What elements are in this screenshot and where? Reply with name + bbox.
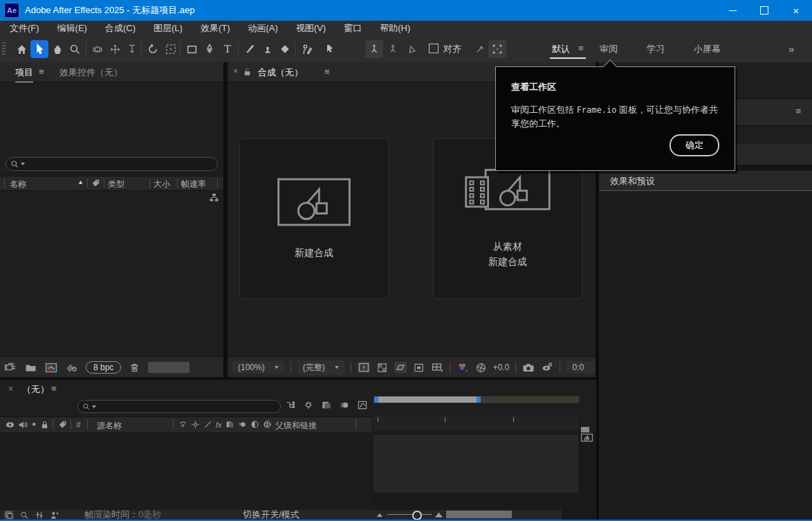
menu-layer[interactable]: 图层(L)	[154, 22, 183, 35]
comp-button-icon[interactable]	[581, 432, 593, 443]
quality-icon[interactable]	[203, 420, 212, 429]
grid-options-icon[interactable]	[431, 362, 443, 373]
timeline-menu-icon[interactable]: ≡	[51, 383, 57, 394]
search-options-chevron-icon[interactable]	[21, 163, 25, 165]
column-parent-link[interactable]: 父级和链接	[275, 420, 317, 432]
column-layer-number[interactable]: #	[76, 420, 81, 430]
magnification-dropdown[interactable]: (100%)	[232, 361, 284, 374]
clone-stamp-tool-icon[interactable]	[259, 40, 277, 58]
flowchart-icon[interactable]	[209, 192, 219, 203]
menu-window[interactable]: 窗口	[344, 22, 362, 35]
color-depth-button[interactable]: 8 bpc	[86, 361, 121, 374]
zoom-out-mountain-icon[interactable]	[376, 512, 383, 518]
render-time-icon[interactable]	[50, 511, 59, 520]
zoom-tool-icon[interactable]	[66, 40, 84, 58]
label-tag-icon[interactable]	[91, 179, 101, 188]
comp-mini-flowchart-icon[interactable]	[285, 400, 296, 410]
orbit-camera-tool-icon[interactable]	[89, 40, 107, 58]
menu-file[interactable]: 文件(F)	[10, 22, 39, 35]
toolbar-grip[interactable]	[2, 42, 6, 56]
workspace-overflow-icon[interactable]: »	[788, 43, 794, 55]
menu-edit[interactable]: 编辑(E)	[57, 22, 87, 35]
audio-icon[interactable]	[18, 420, 28, 430]
new-composition-card[interactable]: 新建合成	[239, 138, 389, 299]
maximize-button[interactable]	[748, 0, 780, 21]
resolution-dropdown[interactable]: (完整)	[297, 360, 344, 375]
zoom-in-mountain-icon[interactable]	[434, 511, 443, 518]
workspace-tab-review[interactable]: 审阅	[600, 43, 618, 55]
menu-animation[interactable]: 动画(A)	[248, 22, 278, 35]
motion-blur-icon[interactable]	[339, 400, 350, 410]
puppet-pin-tool-icon[interactable]	[320, 40, 338, 58]
roto-brush-tool-icon[interactable]	[297, 40, 315, 58]
frame-blending-icon[interactable]	[321, 400, 332, 410]
workspace-tab-learn[interactable]: 学习	[647, 43, 665, 55]
tab-project[interactable]: 项目	[15, 66, 33, 82]
layer-list-area[interactable]	[0, 432, 371, 510]
close-button[interactable]: ×	[780, 0, 812, 21]
timecode-display[interactable]: 0:0	[566, 361, 596, 374]
project-panel-menu-icon[interactable]: ≡	[39, 66, 44, 77]
minimize-button[interactable]	[717, 0, 748, 21]
draft-3d-icon[interactable]	[303, 400, 314, 410]
menu-effect[interactable]: 效果(T)	[201, 22, 230, 35]
timeline-search-input[interactable]	[98, 401, 276, 412]
timeline-tab[interactable]: （无）	[22, 383, 49, 399]
puppet-bend-pin-icon[interactable]	[403, 40, 421, 58]
fx-icon[interactable]: fx	[216, 421, 222, 429]
tooltip-ok-button[interactable]: 确定	[670, 134, 719, 156]
new-composition-icon[interactable]	[45, 363, 57, 373]
channels-icon[interactable]	[456, 362, 469, 373]
lock-icon[interactable]	[40, 420, 49, 430]
home-icon[interactable]	[12, 40, 30, 58]
tab-composition[interactable]: 合成（无）	[258, 66, 303, 82]
workspace-tab-default[interactable]: 默认	[552, 43, 570, 55]
snapshot-camera-icon[interactable]	[522, 363, 535, 373]
frame-blend-icon[interactable]	[225, 420, 234, 429]
timeline-nav-track[interactable]	[373, 396, 580, 403]
pan-camera-tool-icon[interactable]	[106, 40, 124, 58]
solo-icon[interactable]: ●	[32, 420, 36, 428]
tab-effect-controls[interactable]: 效果控件（无）	[59, 66, 122, 79]
new-folder-icon[interactable]	[25, 363, 37, 373]
label-tag-icon[interactable]	[58, 420, 68, 430]
collapse-icon[interactable]	[191, 420, 200, 429]
rotation-tool-icon[interactable]	[144, 40, 162, 58]
track-area[interactable]	[373, 435, 578, 493]
unlock-icon[interactable]	[243, 67, 252, 77]
text-tool-icon[interactable]: T	[219, 40, 237, 58]
column-framerate[interactable]: 帧速率	[181, 179, 206, 190]
menu-view[interactable]: 视图(V)	[296, 22, 326, 35]
column-source-name[interactable]: 源名称	[97, 420, 122, 432]
timeline-zoom-slider-knob[interactable]	[412, 511, 422, 520]
expand-transfer-modes-icon[interactable]	[19, 511, 29, 520]
motion-blur-icon[interactable]	[238, 420, 247, 429]
eye-icon[interactable]	[5, 421, 15, 429]
3d-layer-icon[interactable]	[263, 420, 272, 429]
timeline-nav-right-handle[interactable]	[477, 396, 481, 403]
transparency-grid-icon[interactable]	[376, 363, 388, 373]
brush-tool-icon[interactable]	[241, 40, 259, 58]
camera-tool-icon[interactable]	[162, 40, 180, 58]
puppet-position-pin-icon[interactable]	[365, 40, 383, 58]
exposure-icon[interactable]	[475, 362, 487, 374]
time-ruler[interactable]	[373, 415, 578, 431]
fit-arrows-icon[interactable]	[470, 40, 488, 58]
menu-help[interactable]: 帮助(H)	[380, 22, 410, 35]
snap-checkbox[interactable]	[429, 44, 439, 53]
workspace-menu-icon[interactable]: ≡	[578, 43, 584, 53]
comp-panel-menu-icon[interactable]: ≡	[324, 66, 330, 77]
search-options-chevron-icon[interactable]	[92, 405, 96, 408]
timeline-zoom-slider-track[interactable]	[387, 514, 432, 515]
effects-presets-header[interactable]: 效果和预设	[599, 171, 812, 191]
guides-icon[interactable]	[413, 363, 425, 373]
timeline-nav-visible-region[interactable]	[378, 396, 477, 403]
graph-editor-icon[interactable]	[357, 400, 368, 410]
right-panel-menu-icon[interactable]: ≡	[795, 106, 801, 116]
project-search-input[interactable]	[26, 158, 213, 170]
column-size[interactable]: 大小	[154, 179, 170, 190]
timeline-close-icon[interactable]: ×	[8, 384, 13, 394]
timeline-nav-left-handle[interactable]	[374, 396, 378, 403]
project-footer-scrollbar[interactable]	[148, 362, 190, 373]
show-snapshot-icon[interactable]	[541, 362, 553, 373]
